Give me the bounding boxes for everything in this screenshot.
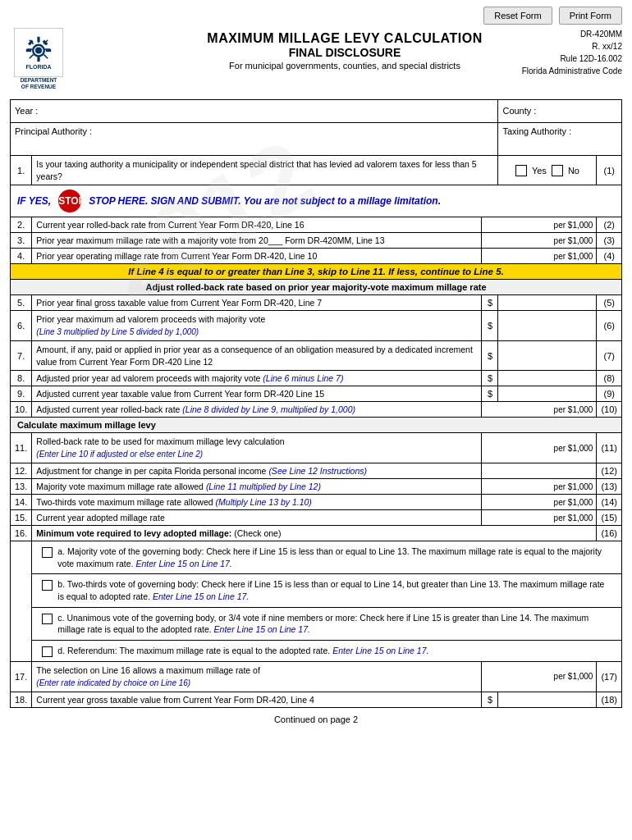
line18-dollar: $ — [482, 692, 498, 707]
line16-header-row: 16. Minimum vote required to levy adopte… — [11, 526, 622, 541]
authority-row: Principal Authority : Taxing Authority : — [11, 122, 622, 155]
line9-paren: (9) — [597, 386, 622, 402]
line18-input[interactable] — [502, 695, 588, 705]
line6-input[interactable] — [502, 321, 588, 331]
line5-row: 5. Prior year final gross taxable value … — [11, 295, 622, 311]
line16-check-one: (Check one) — [234, 528, 281, 538]
line8-row: 8. Adjusted prior year ad valorem procee… — [11, 371, 622, 386]
line10-paren: (10) — [597, 402, 622, 418]
line17-unit: per $1,000 — [482, 662, 597, 692]
line12-input[interactable] — [486, 466, 581, 476]
line18-paren: (18) — [597, 692, 622, 707]
line14-desc: Two-thirds vote maximum millage rate all… — [32, 495, 482, 510]
line16d-checkbox[interactable] — [42, 646, 53, 657]
line2-desc: Current year rolled-back rate from Curre… — [32, 217, 482, 233]
form-admin-code: Florida Administrative Code — [522, 65, 622, 77]
line16c-row: c. Unanimous vote of the governing body,… — [11, 607, 622, 640]
line16b-row: b. Two-thirds vote of governing body: Ch… — [11, 574, 622, 607]
line8-input-cell — [498, 371, 597, 386]
no-checkbox[interactable] — [552, 165, 563, 176]
line7-dollar: $ — [482, 340, 498, 370]
line4-desc: Prior year operating millage rate from C… — [32, 249, 482, 264]
taxing-input[interactable] — [502, 136, 566, 146]
year-input[interactable] — [40, 106, 327, 116]
line7-row: 7. Amount, if any, paid or applied in pr… — [11, 340, 622, 370]
yellow-banner-row: If Line 4 is equal to or greater than Li… — [11, 264, 622, 280]
line11-num: 11. — [11, 433, 32, 463]
form-rule: Rule 12D-16.002 — [522, 52, 622, 65]
line13-desc: Majority vote maximum millage rate allow… — [32, 479, 482, 495]
yes-checkbox[interactable] — [515, 165, 527, 176]
line2-paren: (2) — [597, 217, 622, 233]
line3-paren: (3) — [597, 233, 622, 249]
line9-input[interactable] — [502, 389, 588, 399]
line5-num: 5. — [11, 295, 32, 311]
adjust-header-row: Adjust rolled-back rate based on prior y… — [11, 280, 622, 295]
sun-icon — [25, 36, 52, 62]
line16b-text: b. Two-thirds vote of governing body: Ch… — [57, 578, 611, 602]
line16a-cell: a. Majority vote of the governing body: … — [32, 541, 622, 574]
line10-unit: per $1,000 — [482, 402, 597, 418]
logo-area: FLORIDA DEPARTMENTOF REVENUE — [10, 28, 67, 91]
line16-num: 16. — [11, 526, 32, 541]
top-bar: Reset Form Print Form — [0, 0, 632, 28]
line15-unit: per $1,000 — [482, 510, 597, 526]
stop-badge: STOP — [58, 189, 81, 212]
line15-paren: (15) — [597, 510, 622, 526]
line9-num: 9. — [11, 386, 32, 402]
form-code: DR-420MM — [522, 28, 622, 40]
line8-input[interactable] — [502, 373, 588, 383]
line16d-row: d. Referendum: The maximum millage rate … — [11, 641, 622, 662]
line16d-blank — [11, 641, 32, 662]
principal-input[interactable] — [94, 126, 358, 136]
line12-desc: Adjustment for change in per capita Flor… — [32, 463, 482, 479]
principal-label: Principal Authority : — [15, 126, 92, 136]
line14-unit: per $1,000 — [482, 495, 597, 510]
line17-row: 17. The selection on Line 16 allows a ma… — [11, 662, 622, 692]
line5-input-cell — [498, 295, 597, 311]
line11-paren: (11) — [597, 433, 622, 463]
line5-paren: (5) — [597, 295, 622, 311]
line17-num: 17. — [11, 662, 32, 692]
line16c-checkbox[interactable] — [42, 614, 53, 624]
line15-desc: Current year adopted millage rate — [32, 510, 482, 526]
print-button[interactable]: Print Form — [559, 7, 622, 25]
line2-row: 2. Current year rolled-back rate from Cu… — [11, 217, 622, 233]
county-label: County : — [502, 106, 536, 116]
line16b-checkbox[interactable] — [42, 580, 53, 591]
line13-paren: (13) — [597, 479, 622, 495]
svg-line-14 — [44, 54, 48, 58]
line16a-row: a. Majority vote of the governing body: … — [11, 541, 622, 574]
reset-button[interactable]: Reset Form — [483, 7, 552, 25]
line16a-text: a. Majority vote of the governing body: … — [57, 546, 611, 569]
line9-dollar: $ — [482, 386, 498, 402]
line11-row: 11. Rolled-back rate to be used for maxi… — [11, 433, 622, 463]
form-info: DR-420MM R. xx/12 Rule 12D-16.002 Florid… — [522, 28, 622, 77]
stop-row: IF YES, STOP STOP HERE. SIGN AND SUBMIT.… — [11, 185, 622, 217]
line2-num: 2. — [11, 217, 32, 233]
calculate-header: Calculate maximum millage levy — [11, 418, 622, 433]
line17-paren: (17) — [597, 662, 622, 692]
if-yes-label: IF YES, — [17, 195, 51, 207]
county-input[interactable] — [538, 106, 607, 116]
line7-paren: (7) — [597, 340, 622, 370]
line8-paren: (8) — [597, 371, 622, 386]
line5-input[interactable] — [502, 298, 588, 308]
year-label: Year : — [15, 106, 38, 116]
line10-num: 10. — [11, 402, 32, 418]
line4-row: 4. Prior year operating millage rate fro… — [11, 249, 622, 264]
line9-desc: Adjusted current year taxable value from… — [32, 386, 482, 402]
line4-unit: per $1,000 — [482, 249, 597, 264]
no-label: No — [568, 166, 579, 176]
line7-input-cell — [498, 340, 597, 370]
line16c-cell: c. Unanimous vote of the governing body,… — [32, 607, 622, 640]
main-table: Year : County : Principal Authority : Ta… — [10, 99, 622, 708]
line16b-cell: b. Two-thirds vote of governing body: Ch… — [32, 574, 622, 607]
line14-num: 14. — [11, 495, 32, 510]
dept-label: DEPARTMENTOF REVENUE — [21, 77, 57, 91]
line7-num: 7. — [11, 340, 32, 370]
line18-num: 18. — [11, 692, 32, 707]
line16a-checkbox[interactable] — [42, 547, 53, 558]
line7-input[interactable] — [502, 351, 588, 361]
q1-number: 1. — [11, 155, 32, 185]
